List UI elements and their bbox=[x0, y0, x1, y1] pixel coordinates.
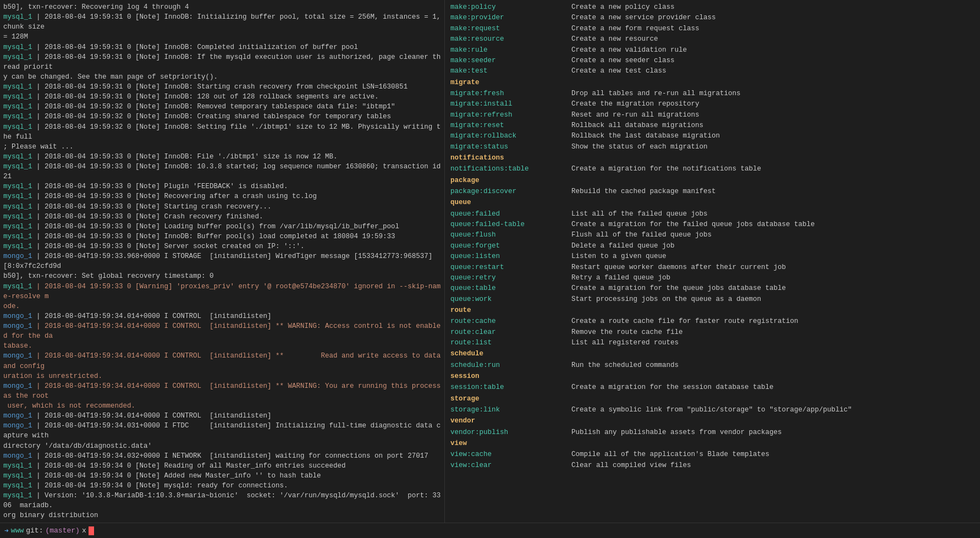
prompt-cursor bbox=[89, 526, 94, 535]
cmd-line: migrate:rollbackRollback the last databa… bbox=[450, 131, 975, 141]
cmd-group-label: migrate bbox=[450, 77, 975, 89]
cmd-desc: Create a new form request class bbox=[571, 24, 700, 34]
cmd-desc: Create a new policy class bbox=[571, 2, 675, 13]
cmd-line: view:cacheCompile all of the application… bbox=[450, 449, 975, 460]
log-line: mysql_1 | 2018-08-04 19:59:32 0 [Note] I… bbox=[3, 102, 441, 112]
cmd-line: make:resourceCreate a new resource bbox=[450, 34, 975, 45]
cmd-line: make:providerCreate a new service provid… bbox=[450, 13, 975, 23]
log-line: mysql_1 | 2018-08-04 19:59:31 0 [Note] I… bbox=[3, 52, 441, 82]
cmd-line: queue:restartRestart queue worker daemon… bbox=[450, 262, 975, 273]
cmd-desc: List all of the failed queue jobs bbox=[571, 209, 708, 219]
cmd-desc: Create a migration for the queue jobs da… bbox=[571, 283, 786, 294]
cmd-line: schedule:runRun the scheduled commands bbox=[450, 360, 975, 371]
cmd-desc: Run the scheduled commands bbox=[571, 360, 679, 371]
cmd-name: notifications:table bbox=[450, 164, 571, 174]
cmd-group-label: schedule bbox=[450, 348, 975, 360]
cmd-name: migrate:refresh bbox=[450, 110, 571, 120]
cmd-desc: Reset and re-run all migrations bbox=[571, 110, 700, 120]
cmd-name: make:rule bbox=[450, 45, 571, 56]
cmd-name: migrate:reset bbox=[450, 120, 571, 131]
cmd-name: queue:forget bbox=[450, 241, 571, 251]
cmd-line: make:seederCreate a new seeder class bbox=[450, 56, 975, 66]
cmd-desc: Rebuild the cached package manifest bbox=[571, 186, 716, 197]
cmd-name: make:seeder bbox=[450, 56, 571, 66]
cmd-line: queue:flushFlush all of the failed queue… bbox=[450, 230, 975, 240]
cmd-desc: Create the migration repository bbox=[571, 99, 700, 109]
cmd-name: session:table bbox=[450, 382, 571, 393]
terminal-container: b50], txn-recover: Recovering log 4 thro… bbox=[0, 0, 980, 523]
cmd-line: queue:retryRetry a failed queue job bbox=[450, 273, 975, 283]
cmd-line: make:testCreate a new test class bbox=[450, 66, 975, 76]
cmd-name: storage:link bbox=[450, 405, 571, 415]
prompt-git-label: git: bbox=[26, 526, 43, 535]
log-line: mongo_1 | 2018-08-04T19:59:34.014+0000 I… bbox=[3, 381, 441, 411]
cmd-line: queue:failed-tableCreate a migration for… bbox=[450, 219, 975, 230]
cmd-desc: Create a migration for the notifications… bbox=[571, 164, 761, 174]
prompt-branch: (master) bbox=[45, 526, 79, 535]
log-line: mysql_1 | 2018-08-04 19:59:31 0 [Note] I… bbox=[3, 82, 441, 92]
cmd-line: route:clearRemove the route cache file bbox=[450, 327, 975, 338]
cmd-group-label: storage bbox=[450, 393, 975, 405]
cmd-desc: Create a symbolic link from "public/stor… bbox=[571, 405, 852, 415]
cmd-name: make:resource bbox=[450, 34, 571, 45]
log-line: mysql_1 | 2018-08-04 19:59:33 0 [Note] I… bbox=[3, 232, 441, 241]
log-line: mysql_1 | 2018-08-04 19:59:33 0 [Note] L… bbox=[3, 222, 441, 232]
cmd-name: vendor:publish bbox=[450, 427, 571, 438]
cmd-desc: Flush all of the failed queue jobs bbox=[571, 230, 712, 240]
cmd-name: queue:work bbox=[450, 294, 571, 305]
right-pane: make:policyCreate a new policy classmake… bbox=[444, 0, 980, 523]
cmd-desc: Create a new resource bbox=[571, 34, 658, 45]
log-line: mysql_1 | 2018-08-04 19:59:33 0 [Note] I… bbox=[3, 162, 441, 182]
log-line: mongo_1 | 2018-08-04T19:59:34.014+0000 I… bbox=[3, 311, 441, 321]
cmd-line: session:tableCreate a migration for the … bbox=[450, 382, 975, 393]
log-line: mysql_1 | 2018-08-04 19:59:34 0 [Note] m… bbox=[3, 481, 441, 491]
cmd-desc: Remove the route cache file bbox=[571, 327, 683, 338]
log-line: mysql_1 | 2018-08-04 19:59:31 0 [Note] I… bbox=[3, 42, 441, 52]
cmd-desc: Restart queue worker daemons after their… bbox=[571, 262, 786, 273]
cmd-name: make:provider bbox=[450, 13, 571, 23]
cmd-line: notifications:tableCreate a migration fo… bbox=[450, 164, 975, 174]
cmd-group-label: session bbox=[450, 371, 975, 382]
log-line: mysql_1 | 2018-08-04 19:59:31 0 [Note] I… bbox=[3, 92, 441, 102]
cmd-name: migrate:rollback bbox=[450, 131, 571, 141]
log-line: mongo_1 | 2018-08-04T19:59:34.014+0000 I… bbox=[3, 411, 441, 421]
cmd-group-label: package bbox=[450, 175, 975, 186]
cmd-desc: Create a new validation rule bbox=[571, 45, 687, 56]
log-line: mysql_1 | 2018-08-04 19:59:34 0 [Note] R… bbox=[3, 461, 441, 471]
log-line: mysql_1 | 2018-08-04 19:59:33 0 [Warning… bbox=[3, 282, 441, 311]
log-line: mysql_1 | 2018-08-04 19:59:31 0 [Note] I… bbox=[3, 12, 441, 42]
cmd-line: migrate:statusShow the status of each mi… bbox=[450, 142, 975, 152]
cmd-line: queue:tableCreate a migration for the qu… bbox=[450, 283, 975, 294]
cmd-line: queue:listenListen to a given queue bbox=[450, 251, 975, 262]
cmd-name: queue:failed-table bbox=[450, 219, 571, 230]
cmd-line: migrate:installCreate the migration repo… bbox=[450, 99, 975, 109]
cmd-name: route:cache bbox=[450, 316, 571, 327]
cmd-name: view:clear bbox=[450, 460, 571, 471]
cmd-desc: Create a migration for the session datab… bbox=[571, 382, 774, 393]
cmd-desc: Create a new seeder class bbox=[571, 56, 675, 66]
cmd-name: queue:listen bbox=[450, 251, 571, 262]
cmd-desc: Create a route cache file for faster rou… bbox=[571, 316, 799, 327]
bottom-bar: ➜ www git: (master) x bbox=[0, 523, 980, 538]
cmd-line: migrate:freshDrop all tables and re-run … bbox=[450, 89, 975, 99]
log-line: mongo_1 | 2018-08-04T19:59:33.968+0000 I… bbox=[3, 251, 441, 281]
cmd-line: migrate:refreshReset and re-run all migr… bbox=[450, 110, 975, 120]
cmd-desc: Start processing jobs on the queue as a … bbox=[571, 294, 761, 305]
cmd-line: storage:linkCreate a symbolic link from … bbox=[450, 405, 975, 415]
cmd-desc: Listen to a given queue bbox=[571, 251, 667, 262]
log-line: mysql_1 | 2018-08-04 19:59:34 0 [Note] A… bbox=[3, 471, 441, 481]
cmd-group-label: view bbox=[450, 438, 975, 449]
cmd-name: route:clear bbox=[450, 327, 571, 338]
cmd-name: make:test bbox=[450, 66, 571, 76]
cmd-name: queue:failed bbox=[450, 209, 571, 219]
cmd-desc: Delete a failed queue job bbox=[571, 241, 675, 251]
log-line: mysql_1 | 2018-08-04 19:59:33 0 [Note] S… bbox=[3, 241, 441, 251]
log-line: mysql_1 | 2018-08-04 19:59:33 0 [Note] S… bbox=[3, 202, 441, 212]
log-line: mysql_1 | 2018-08-04 19:59:33 0 [Note] I… bbox=[3, 152, 441, 162]
cmd-desc: List all registered routes bbox=[571, 338, 679, 348]
log-line: mysql_1 | 2018-08-04 19:59:32 0 [Note] I… bbox=[3, 112, 441, 122]
cmd-desc: Drop all tables and re-run all migration… bbox=[571, 89, 741, 99]
log-line: mongo_1 | 2018-08-04T19:59:34.014+0000 I… bbox=[3, 351, 441, 381]
cmd-line: view:clearClear all compiled view files bbox=[450, 460, 975, 471]
cmd-line: queue:forgetDelete a failed queue job bbox=[450, 241, 975, 251]
